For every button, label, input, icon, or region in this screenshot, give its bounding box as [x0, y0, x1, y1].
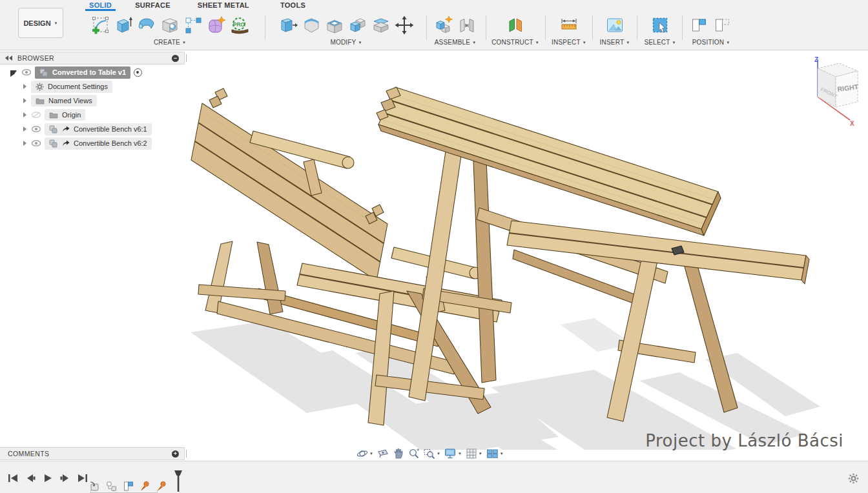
component-root-item[interactable]: Converted to Table v1 — [35, 66, 130, 79]
visibility-off-eye-icon[interactable] — [31, 111, 41, 119]
visibility-eye-icon[interactable] — [31, 125, 41, 133]
grid-display-button[interactable]: ▼ — [466, 448, 482, 459]
tree-row-root[interactable]: Converted to Table v1 — [0, 65, 185, 79]
tab-surface[interactable]: SURFACE — [131, 0, 174, 11]
tab-tools[interactable]: TOOLS — [276, 0, 309, 11]
press-pull-button[interactable] — [277, 14, 299, 37]
timeline-playhead[interactable] — [173, 470, 183, 492]
insert-dropdown[interactable]: INSERT▼ — [594, 39, 636, 46]
tree-row-named-views[interactable]: Named Views — [0, 94, 185, 108]
zoom-icon — [408, 448, 420, 459]
combine-icon — [348, 15, 367, 35]
go-to-start-button[interactable] — [8, 474, 18, 483]
chevron-down-icon: ▼ — [479, 452, 482, 456]
construction-plane-button[interactable] — [504, 14, 526, 37]
assemble-dropdown[interactable]: ASSEMBLE▼ — [429, 39, 482, 46]
create-dropdown[interactable]: CREATE▼ — [78, 39, 262, 46]
chevron-down-icon: ▼ — [583, 41, 586, 45]
folder-icon — [36, 97, 45, 105]
joint-button[interactable] — [456, 14, 478, 37]
play-button[interactable] — [43, 474, 53, 483]
pin-icon[interactable] — [156, 481, 167, 492]
move-copy-button[interactable] — [393, 14, 415, 37]
tree-row-bench-1[interactable]: Convertible Bench v6:1 — [0, 122, 185, 136]
window-zoom-button[interactable]: ▼ — [424, 448, 440, 459]
capture-position-button[interactable] — [688, 14, 710, 37]
step-back-button[interactable] — [25, 474, 36, 483]
expand-icon[interactable] — [23, 98, 26, 103]
display-settings-button[interactable]: ▼ — [444, 448, 462, 459]
group-inspect: INSPECT▼ — [548, 13, 590, 46]
design-menu-button[interactable]: DESIGN▼ — [18, 8, 63, 38]
expand-icon[interactable] — [23, 84, 26, 89]
select-dropdown[interactable]: SELECT▼ — [639, 39, 681, 46]
timeline-group-bracket — [90, 490, 158, 493]
expand-icon[interactable] — [23, 126, 26, 132]
add-comment-icon[interactable]: + — [172, 450, 179, 458]
pan-button[interactable] — [393, 448, 404, 459]
panel-grip[interactable] — [186, 450, 188, 458]
group-insert: INSERT▼ — [594, 13, 636, 46]
activate-component-radio[interactable] — [134, 68, 142, 77]
viewports-button[interactable]: ▼ — [486, 448, 504, 459]
hole-button[interactable] — [159, 14, 181, 37]
comments-panel-header[interactable]: COMMENTS + — [0, 447, 185, 460]
new-component-button[interactable] — [433, 14, 455, 37]
rectangular-pattern-button[interactable] — [182, 14, 204, 37]
chevron-down-icon: ▼ — [358, 41, 362, 45]
visibility-eye-icon[interactable] — [31, 139, 41, 147]
fillet-icon — [302, 15, 321, 35]
axis-z-label: Z — [814, 56, 818, 63]
measure-button[interactable] — [558, 14, 580, 37]
panel-grip[interactable] — [186, 54, 188, 62]
rectangular-pattern-icon — [183, 15, 203, 35]
go-to-end-button[interactable] — [78, 474, 88, 483]
fillet-button[interactable] — [300, 14, 322, 37]
tab-sheet-metal[interactable]: SHEET METAL — [194, 0, 253, 11]
tree-row-bench-2[interactable]: Convertible Bench v6:2 — [0, 136, 185, 150]
revolve-button[interactable] — [136, 14, 158, 37]
create-sketch-icon — [90, 15, 110, 35]
zoom-button[interactable] — [408, 448, 420, 459]
modify-dropdown[interactable]: MODIFY▼ — [269, 39, 424, 46]
chevron-down-icon: ▼ — [437, 452, 440, 456]
insert-image-button[interactable] — [604, 14, 626, 37]
component-icon — [49, 125, 58, 134]
expand-icon[interactable] — [10, 70, 17, 77]
split-body-button[interactable] — [370, 14, 392, 37]
step-forward-button[interactable] — [60, 474, 70, 483]
pro-feature-button[interactable]: PRO — [229, 14, 251, 37]
fusion360-window: FRONT RIGHT Z X Project by László Bácsi … — [0, 0, 868, 493]
navigation-toolbar: ▼ — [356, 447, 504, 461]
viewcube[interactable]: FRONT RIGHT Z X — [798, 54, 865, 126]
expand-icon[interactable] — [23, 141, 26, 146]
create-form-icon — [207, 15, 226, 35]
browser-panel-header[interactable]: BROWSER − — [0, 52, 185, 65]
joint-icon — [457, 15, 477, 35]
orbit-button[interactable]: ▼ — [356, 448, 373, 459]
visibility-eye-icon[interactable] — [21, 68, 32, 76]
svg-text:PRO: PRO — [233, 21, 245, 28]
shell-button[interactable] — [324, 14, 346, 37]
minimize-panel-icon[interactable]: − — [172, 55, 179, 62]
create-sketch-button[interactable] — [89, 14, 111, 37]
collapse-panel-icon[interactable] — [5, 55, 12, 61]
tab-solid[interactable]: SOLID — [85, 0, 116, 11]
inspect-dropdown[interactable]: INSPECT▼ — [548, 39, 590, 46]
tree-row-document-settings[interactable]: Document Settings — [0, 79, 185, 94]
extrude-button[interactable] — [112, 14, 134, 37]
design-canvas[interactable] — [181, 55, 820, 450]
chevron-down-icon: ▼ — [458, 452, 462, 456]
revert-position-button[interactable] — [712, 14, 734, 37]
construct-dropdown[interactable]: CONSTRUCT▼ — [488, 39, 542, 46]
select-button[interactable] — [649, 14, 671, 37]
position-dropdown[interactable]: POSITION▼ — [685, 39, 738, 46]
group-modify: MODIFY▼ — [269, 13, 424, 46]
create-form-button[interactable] — [205, 14, 227, 37]
tree-row-origin[interactable]: Origin — [0, 108, 185, 122]
timeline-settings-gear-icon[interactable] — [848, 473, 859, 484]
look-at-button[interactable] — [377, 448, 389, 459]
expand-icon[interactable] — [23, 112, 26, 117]
linked-arrow-icon — [62, 126, 70, 132]
combine-button[interactable] — [347, 14, 369, 37]
